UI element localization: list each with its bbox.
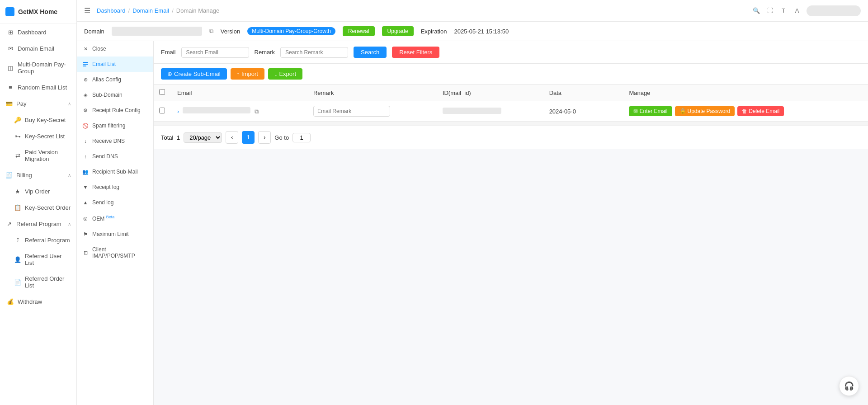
manage-buttons: ✉ Enter Email 🔒 Update Password 🗑	[629, 106, 863, 116]
sidebar-section-referral[interactable]: ↗ Referral Program ∧	[0, 216, 76, 232]
sub-sidebar-item-alias-config[interactable]: ⊜ Alias Config	[77, 72, 153, 87]
sub-sidebar-label-oem: OEM Beta	[92, 215, 114, 222]
sidebar-label-domain-email: Domain Email	[18, 45, 54, 52]
client-icon: ⊡	[82, 250, 89, 256]
sub-sidebar-item-receipt-rule[interactable]: ⚙ Receipt Rule Config	[77, 103, 153, 118]
sidebar-item-key-secret-list[interactable]: 🗝 Key-Secret List	[0, 128, 76, 144]
sub-sidebar-item-oem[interactable]: ◎ OEM Beta	[77, 210, 153, 226]
renewal-button[interactable]: Renewal	[343, 26, 375, 36]
translate-icon[interactable]: A	[793, 7, 801, 15]
logo-icon	[5, 7, 14, 16]
sidebar-item-domain-email[interactable]: ✉ Domain Email	[0, 40, 76, 57]
sidebar-item-multi-domain[interactable]: ◫ Multi-Domain Pay-Group	[0, 57, 76, 79]
sidebar-label-dashboard: Dashboard	[18, 29, 47, 36]
sub-sidebar-label-recipient-submail: Recipient Sub-Mail	[92, 169, 138, 175]
row-checkbox[interactable]	[159, 108, 165, 113]
sub-sidebar-item-send-dns[interactable]: ↑ Send DNS	[77, 149, 153, 164]
sub-sidebar-item-spam[interactable]: 🚫 Spam filtering	[77, 118, 153, 133]
email-column-header: Email	[177, 89, 192, 96]
font-size-icon[interactable]: T	[779, 7, 788, 15]
sidebar-item-dashboard[interactable]: ⊞ Dashboard	[0, 24, 76, 40]
delete-email-label: Delete Email	[749, 108, 779, 114]
copy-icon[interactable]: ⧉	[209, 28, 213, 35]
menu-icon[interactable]: ☰	[84, 6, 90, 15]
breadcrumb-dashboard[interactable]: Dashboard	[97, 7, 126, 14]
sidebar-label-random-email: Random Email List	[18, 84, 67, 91]
sidebar-item-buy-key-secret[interactable]: 🔑 Buy Key-Secret	[0, 112, 76, 128]
oem-icon: ◎	[82, 215, 89, 221]
sidebar-item-paid-migration[interactable]: ⇄ Paid Version Migration	[0, 144, 76, 167]
email-cell-value	[183, 107, 250, 113]
select-all-checkbox[interactable]	[159, 89, 165, 95]
sidebar-label-pay: Pay	[16, 100, 26, 107]
create-sub-email-button[interactable]: ⊕ Create Sub-Email	[161, 68, 227, 80]
sidebar-item-referred-order[interactable]: 📄 Referred Order List	[0, 271, 76, 293]
email-filter-input[interactable]	[181, 47, 249, 58]
topbar-right: 🔍 ⛶ T A	[752, 5, 861, 16]
update-password-button[interactable]: 🔒 Update Password	[675, 106, 735, 116]
sub-sidebar-toggle[interactable]: ‹	[153, 217, 154, 230]
sub-sidebar-item-close[interactable]: ✕ Close	[77, 41, 153, 57]
sub-sidebar-item-client-imap[interactable]: ⊡ Client IMAP/POP/SMTP	[77, 242, 153, 264]
remark-filter-input[interactable]	[280, 47, 348, 58]
sub-sidebar-item-receive-dns[interactable]: ↓ Receive DNS	[77, 133, 153, 149]
user-avatar	[807, 5, 861, 16]
sidebar-item-referred-user[interactable]: 👤 Referred User List	[0, 248, 76, 271]
upgrade-button[interactable]: Upgrade	[382, 26, 414, 36]
support-button[interactable]: 🎧	[839, 376, 859, 396]
billing-section-left: 🧾 Billing	[5, 171, 32, 179]
sub-sidebar-item-send-log[interactable]: ▲ Send log	[77, 195, 153, 210]
total-label: Total 1	[161, 134, 180, 141]
sub-sidebar: ‹ ✕ Close Email List ⊜ Alias Config ◈ Su…	[77, 41, 154, 405]
goto-label: Go to	[274, 134, 289, 141]
search-button[interactable]: Search	[354, 47, 387, 58]
export-button[interactable]: ↓ Export	[268, 68, 302, 80]
next-page-button[interactable]: ›	[258, 131, 271, 144]
sub-sidebar-item-recipient-submail[interactable]: 👥 Recipient Sub-Mail	[77, 164, 153, 179]
sub-sidebar-item-receipt-log[interactable]: ▼ Receipt log	[77, 179, 153, 195]
sub-sidebar-item-email-list[interactable]: Email List	[77, 57, 153, 72]
receipt-rule-icon: ⚙	[82, 107, 89, 113]
prev-page-button[interactable]: ‹	[226, 131, 238, 144]
sub-sidebar-item-sub-domain[interactable]: ◈ Sub-Domain	[77, 87, 153, 103]
data-column-header: Data	[549, 89, 561, 96]
sidebar-label-referred-order: Referred Order List	[25, 275, 71, 289]
breadcrumb-domain-email[interactable]: Domain Email	[132, 7, 169, 14]
page-1-button[interactable]: 1	[242, 131, 255, 144]
sidebar-section-billing[interactable]: 🧾 Billing ∧	[0, 167, 76, 183]
enter-email-label: Enter Email	[639, 108, 667, 114]
sub-sidebar-label-spam: Spam filtering	[92, 122, 125, 129]
sidebar-section-pay[interactable]: 💳 Pay ∧	[0, 95, 76, 112]
search-icon[interactable]: 🔍	[752, 7, 760, 15]
sub-sidebar-label-close: Close	[92, 46, 106, 52]
content-area: ‹ ✕ Close Email List ⊜ Alias Config ◈ Su…	[77, 41, 868, 405]
sidebar-item-key-secret-order[interactable]: 📋 Key-Secret Order	[0, 199, 76, 216]
email-table: Email Remark ID(mail_id) Data	[154, 85, 868, 122]
delete-email-button[interactable]: 🗑 Delete Email	[737, 106, 784, 116]
sub-domain-icon: ◈	[82, 92, 89, 98]
fullscreen-icon[interactable]: ⛶	[766, 7, 774, 15]
sidebar-item-withdraw[interactable]: 💰 Withdraw	[0, 293, 76, 310]
export-icon: ↓	[274, 71, 278, 77]
main-panel: Email Remark Search Reset Filters ⊕ Crea…	[154, 41, 868, 405]
remark-cell-input[interactable]	[313, 106, 390, 117]
page-size-select[interactable]: 20/page	[184, 132, 222, 143]
horizontal-scrollbar[interactable]	[154, 122, 868, 125]
sidebar-item-random-email[interactable]: ≡ Random Email List	[0, 79, 76, 95]
row-copy-icon[interactable]: ⧉	[255, 108, 259, 115]
email-list-icon	[82, 61, 89, 67]
sub-sidebar-item-maximum-limit[interactable]: ⚑ Maximum Limit	[77, 226, 153, 242]
vip-icon: ★	[14, 188, 21, 195]
enter-email-button[interactable]: ✉ Enter Email	[629, 106, 672, 116]
goto-input[interactable]	[292, 133, 311, 142]
sidebar-label-referral: Referral Program	[25, 237, 70, 244]
expiration-value: 2025-05-21 15:13:50	[454, 28, 509, 35]
row-expand-icon[interactable]: ›	[177, 108, 179, 115]
sidebar-logo[interactable]: GetMX Home	[0, 0, 76, 24]
sidebar-item-vip-order[interactable]: ★ Vip Order	[0, 183, 76, 199]
sidebar-label-billing: Billing	[16, 172, 32, 179]
reset-filters-button[interactable]: Reset Filters	[392, 47, 439, 58]
import-button[interactable]: ↑ Import	[231, 68, 264, 80]
sub-sidebar-label-alias-config: Alias Config	[92, 76, 121, 83]
sidebar-item-referral[interactable]: ⤴ Referral Program	[0, 232, 76, 248]
